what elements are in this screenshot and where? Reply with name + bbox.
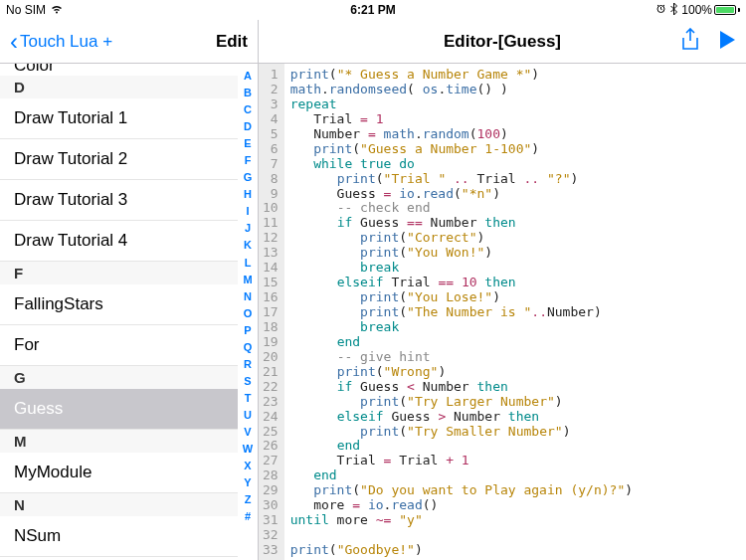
section-header: N — [0, 493, 238, 516]
index-letter[interactable]: E — [244, 135, 251, 152]
file-row[interactable]: MyModule — [0, 453, 238, 493]
code-line[interactable]: Trial = Trial + 1 — [290, 454, 633, 468]
index-letter[interactable]: G — [244, 169, 253, 186]
index-letter[interactable]: A — [244, 68, 252, 85]
section-header: M — [0, 430, 238, 453]
code-line[interactable]: end — [290, 335, 633, 350]
wifi-icon — [50, 3, 64, 17]
code-line[interactable]: while true do — [290, 157, 633, 172]
code-line[interactable]: print("Wrong") — [290, 365, 633, 380]
index-letter[interactable]: U — [244, 407, 252, 424]
file-row[interactable]: Draw Tutorial 1 — [0, 98, 238, 139]
index-letter[interactable]: F — [245, 152, 252, 169]
code-area[interactable]: print("* Guess a Number Game *")math.ran… — [284, 64, 633, 560]
file-list[interactable]: ColorDDraw Tutorial 1Draw Tutorial 2Draw… — [0, 64, 238, 560]
code-line[interactable]: end — [290, 468, 633, 483]
share-button[interactable] — [680, 28, 700, 56]
code-line[interactable]: -- give hint — [290, 350, 633, 365]
index-letter[interactable]: W — [243, 441, 253, 458]
code-line[interactable]: elseif Guess > Number then — [290, 410, 633, 425]
code-line[interactable]: print("You Won!") — [290, 246, 633, 261]
code-line[interactable]: math.randomseed( os.time() ) — [290, 83, 633, 97]
index-letter[interactable]: P — [244, 322, 251, 339]
section-header: G — [0, 366, 238, 389]
alpha-index[interactable]: ABCDEFGHIJKLMNOPQRSTUVWXYZ# — [240, 68, 256, 525]
code-line[interactable]: print("* Guess a Number Game *") — [290, 68, 633, 83]
index-letter[interactable]: D — [244, 118, 252, 135]
file-row[interactable]: Draw Tutorial 3 — [0, 180, 238, 221]
index-letter[interactable]: J — [245, 220, 251, 237]
edit-button[interactable]: Edit — [216, 32, 248, 52]
index-letter[interactable]: H — [244, 186, 252, 203]
index-letter[interactable]: X — [244, 458, 251, 474]
code-line[interactable]: until more ~= "y" — [290, 513, 633, 528]
index-letter[interactable]: Q — [244, 339, 253, 356]
bluetooth-icon — [670, 3, 677, 18]
section-header: F — [0, 262, 238, 284]
index-letter[interactable]: O — [244, 305, 253, 322]
code-line[interactable]: print("Goodbye!") — [290, 543, 633, 558]
clock: 6:21 PM — [350, 3, 395, 17]
code-line[interactable]: end — [290, 439, 633, 454]
code-editor[interactable]: 1234567891011121314151617181920212223242… — [259, 64, 746, 560]
section-header: D — [0, 76, 238, 98]
code-line[interactable]: Number = math.random(100) — [290, 127, 633, 142]
line-gutter: 1234567891011121314151617181920212223242… — [259, 64, 284, 560]
file-sidebar: ColorDDraw Tutorial 1Draw Tutorial 2Draw… — [0, 64, 259, 560]
code-line[interactable]: elseif Trial == 10 then — [290, 276, 633, 290]
index-letter[interactable]: S — [244, 373, 251, 390]
file-row[interactable]: FallingStars — [0, 284, 238, 325]
back-label: Touch Lua + — [20, 32, 112, 52]
index-letter[interactable]: T — [245, 390, 252, 407]
index-letter[interactable]: V — [244, 424, 251, 441]
code-line[interactable]: print("Guess a Number 1-100") — [290, 142, 633, 157]
code-line[interactable]: break — [290, 261, 633, 276]
code-line[interactable]: break — [290, 320, 633, 335]
index-letter[interactable]: L — [245, 255, 252, 272]
file-row[interactable]: For — [0, 325, 238, 366]
code-line[interactable]: print("Try Larger Number") — [290, 395, 633, 410]
index-letter[interactable]: R — [244, 356, 252, 373]
file-row[interactable]: Color — [0, 64, 238, 76]
run-button[interactable] — [718, 30, 736, 54]
code-line[interactable]: print("You Lose!") — [290, 290, 633, 305]
file-row[interactable]: Guess — [0, 389, 238, 430]
index-letter[interactable]: C — [244, 101, 252, 118]
code-line[interactable]: print("Do you want to Play again (y/n)?"… — [290, 483, 633, 498]
file-row[interactable]: Draw Tutorial 2 — [0, 139, 238, 180]
code-line[interactable]: Guess = io.read("*n") — [290, 187, 633, 202]
index-letter[interactable]: N — [244, 288, 252, 305]
carrier-label: No SIM — [6, 3, 46, 17]
index-letter[interactable]: Z — [245, 491, 252, 508]
battery-indicator: 100% — [681, 3, 740, 17]
code-line[interactable]: print("Correct") — [290, 231, 633, 246]
status-bar: No SIM 6:21 PM 100% — [0, 0, 746, 20]
index-letter[interactable]: Y — [244, 474, 251, 491]
code-line[interactable]: print("Trial " .. Trial .. "?") — [290, 172, 633, 187]
editor-title: Editor-[Guess] — [444, 32, 561, 52]
code-line[interactable]: -- check end — [290, 201, 633, 216]
chevron-left-icon: ‹ — [10, 30, 18, 54]
code-line[interactable]: if Guess < Number then — [290, 380, 633, 395]
file-row[interactable]: Draw Tutorial 4 — [0, 221, 238, 262]
file-row[interactable]: NSum — [0, 516, 238, 557]
back-button[interactable]: ‹ Touch Lua + — [10, 30, 112, 54]
index-letter[interactable]: B — [244, 85, 252, 101]
index-letter[interactable]: I — [246, 203, 249, 220]
alarm-icon — [655, 3, 666, 17]
toolbar: ‹ Touch Lua + Edit Editor-[Guess] — [0, 20, 746, 64]
code-line[interactable]: if Guess == Number then — [290, 216, 633, 231]
code-line[interactable]: Trial = 1 — [290, 112, 633, 127]
code-line[interactable]: print("Try Smaller Number") — [290, 425, 633, 440]
index-letter[interactable]: M — [243, 272, 252, 288]
code-line[interactable]: repeat — [290, 97, 633, 112]
index-letter[interactable]: K — [244, 237, 252, 254]
code-line[interactable] — [290, 528, 633, 543]
code-line[interactable]: more = io.read() — [290, 498, 633, 513]
index-letter[interactable]: # — [245, 508, 251, 525]
code-line[interactable]: print("The Number is "..Number) — [290, 305, 633, 320]
